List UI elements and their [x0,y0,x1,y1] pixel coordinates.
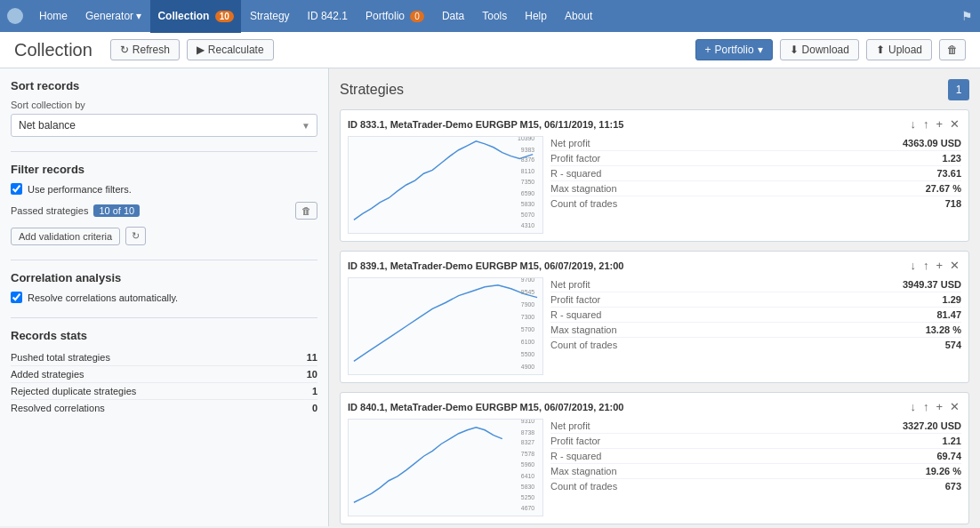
stat-label: Added strategies [11,369,84,380]
stat-row: Resolved correlations0 [11,400,317,416]
svg-text:8110: 8110 [521,168,534,174]
card-stats-2: Net profit3327.20 USD Profit factor1.21 … [550,419,961,516]
card-chart-0: 1039093838376811073506590583050704310 [348,136,543,234]
content-area: Strategies 1 ID 833.1, MetaTrader-Demo E… [329,68,980,526]
nav-strategy[interactable]: Strategy [241,0,299,32]
nav-portfolio[interactable]: Portfolio 0 [357,0,433,33]
svg-text:10390: 10390 [518,137,534,141]
card-add-btn-0[interactable]: + [934,117,944,131]
nav-generator[interactable]: Generator ▾ [76,0,150,32]
svg-text:9700: 9700 [521,278,534,283]
svg-text:7578: 7578 [521,451,534,457]
passed-strategies-badge: 10 of 10 [93,204,140,217]
refresh-icon: ↻ [120,44,129,56]
card-header-0: ID 833.1, MetaTrader-Demo EURGBP M15, 06… [348,117,961,131]
passed-strategies-row: Passed strategies 10 of 10 🗑 [11,202,317,220]
card-up-btn-1[interactable]: ↑ [921,259,931,272]
passed-strategies-label: Passed strategies [11,205,88,216]
svg-text:9310: 9310 [521,420,534,424]
refresh-button[interactable]: ↻ Refresh [110,39,180,60]
delete-filter-button[interactable]: 🗑 [295,202,317,220]
plus-icon: + [705,44,711,56]
stat-value: 11 [307,352,317,363]
resolve-correlations-checkbox[interactable] [11,292,22,303]
nav-home[interactable]: Home [30,0,76,32]
add-validation-row: Add validation criteria ↻ [11,227,317,245]
strategy-card: ID 839.1, MetaTrader-Demo EURGBP M15, 06… [340,251,969,383]
card-down-btn-2[interactable]: ↓ [908,400,918,413]
stat-value: 10 [307,369,317,380]
download-button[interactable]: ⬇ Download [780,39,859,60]
recalculate-button[interactable]: ▶ Recalculate [187,39,274,60]
card-stats-1: Net profit3949.37 USD Profit factor1.29 … [550,277,961,375]
divider-3 [11,317,317,318]
upload-button[interactable]: ⬆ Upload [866,39,932,60]
svg-text:6410: 6410 [521,473,534,479]
stat-label: Rejected duplicate strategies [11,386,136,396]
card-up-btn-0[interactable]: ↑ [921,117,931,131]
card-title-0: ID 833.1, MetaTrader-Demo EURGBP M15, 06… [348,119,623,130]
card-actions-2: ↓ ↑ + ✕ [908,400,961,413]
card-down-btn-0[interactable]: ↓ [908,117,918,131]
card-add-btn-1[interactable]: + [934,259,944,272]
portfolio-badge: 0 [410,11,424,22]
card-close-btn-0[interactable]: ✕ [948,117,961,131]
delete-button[interactable]: 🗑 [939,39,966,60]
nav-about[interactable]: About [556,0,601,32]
svg-text:5830: 5830 [521,484,534,490]
strategy-card: ID 833.1, MetaTrader-Demo EURGBP M15, 06… [340,109,969,242]
nav-data[interactable]: Data [433,0,473,32]
svg-text:7300: 7300 [521,314,534,320]
sort-section-title: Sort records [11,79,317,92]
play-icon: ▶ [197,44,205,56]
sort-section: Sort records Sort collection by Net bala… [11,79,317,137]
top-navigation: Home Generator ▾ Collection 10 Strategy … [0,0,980,32]
performance-filter-checkbox[interactable] [11,183,22,195]
card-close-btn-1[interactable]: ✕ [948,259,961,272]
card-actions-1: ↓ ↑ + ✕ [908,259,961,272]
collection-badge: 10 [215,11,234,22]
strategies-list: ID 833.1, MetaTrader-Demo EURGBP M15, 06… [340,109,969,524]
stat-row: Pushed total strategies11 [11,349,317,366]
filter-section-title: Filter records [11,163,317,176]
upload-icon: ⬆ [876,44,885,56]
records-stats-title: Records stats [11,329,317,342]
svg-text:9545: 9545 [521,289,534,295]
card-actions-0: ↓ ↑ + ✕ [908,117,961,131]
sort-select[interactable]: Net balance Net profit Profit factor R-s… [11,114,317,137]
correlation-section: Correlation analysis Resolve correlation… [11,271,317,303]
strategy-card: ID 840.1, MetaTrader-Demo EURGBP M15, 06… [340,392,969,524]
nav-collection[interactable]: Collection 10 [150,0,240,33]
download-icon: ⬇ [790,44,799,56]
filter-section: Filter records Use performance filters. … [11,163,317,245]
nav-help[interactable]: Help [516,0,556,32]
resolve-correlations-label: Resolve correlations automatically. [28,292,178,303]
portfolio-button[interactable]: + Portfolio ▾ [695,39,773,60]
svg-text:5500: 5500 [521,351,534,357]
trash-icon: 🗑 [947,44,958,56]
card-up-btn-2[interactable]: ↑ [921,400,931,413]
flag-icon[interactable]: ⚑ [961,9,973,23]
records-stats-list: Pushed total strategies11Added strategie… [11,349,317,416]
app-logo [7,8,23,24]
nav-strategy-id[interactable]: ID 842.1 [299,0,357,32]
refresh-filter-button[interactable]: ↻ [125,227,146,245]
nav-tools[interactable]: Tools [473,0,516,32]
card-close-btn-2[interactable]: ✕ [948,400,961,413]
svg-text:6590: 6590 [521,190,534,196]
card-chart-2: 931087388327757859606410583052504670 [348,419,543,516]
svg-text:8327: 8327 [521,439,534,445]
page-title: Collection [14,40,92,60]
stat-value: 0 [312,403,317,413]
card-down-btn-1[interactable]: ↓ [908,259,918,272]
card-add-btn-2[interactable]: + [934,400,944,413]
sidebar: Sort records Sort collection by Net bala… [0,68,329,526]
svg-text:5830: 5830 [521,201,534,207]
svg-text:7350: 7350 [521,179,534,185]
svg-text:6100: 6100 [521,339,534,345]
add-validation-button[interactable]: Add validation criteria [11,228,120,245]
stat-label: Pushed total strategies [11,352,110,363]
svg-text:8376: 8376 [521,156,534,163]
card-stats-0: Net profit4363.09 USD Profit factor1.23 … [550,136,961,234]
chevron-down-icon: ▾ [758,44,763,56]
